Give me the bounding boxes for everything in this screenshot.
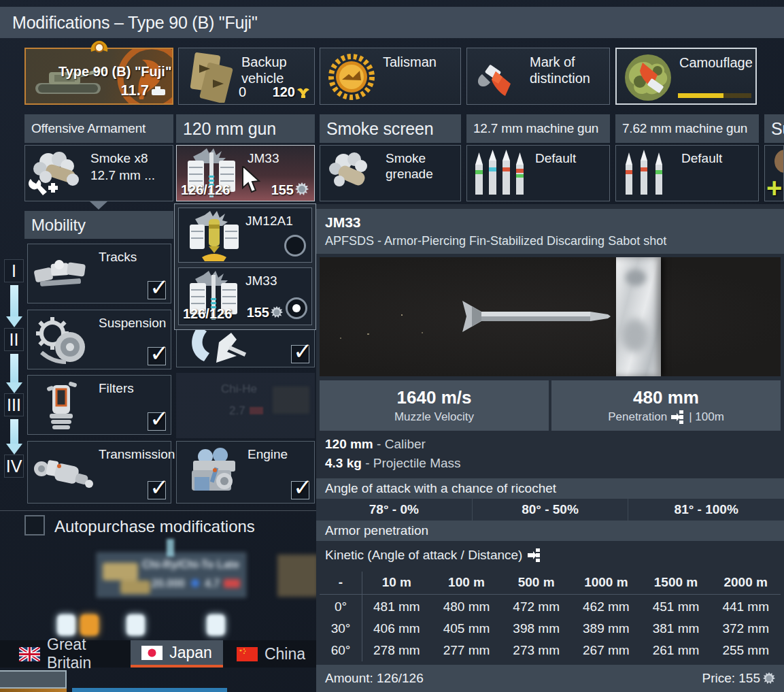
mod-tile-transmission[interactable]: Transmission — [27, 441, 171, 504]
detail-shell-desc: APFSDS - Armor-Piercing Fin-Stabilized D… — [325, 234, 666, 248]
suspension-icon — [32, 314, 93, 366]
mod-tile-tracks[interactable]: Tracks — [27, 244, 171, 303]
filters-checkbox[interactable] — [148, 412, 166, 431]
filters-icon — [43, 380, 81, 431]
smoke-grenade-icon — [326, 151, 380, 197]
mod-tile-smoke-grenade[interactable]: Smoke grenade — [320, 145, 461, 201]
modifications-screen: Chi-Ry/Chi-To Late 20.000 4.7 Modificati… — [0, 0, 784, 692]
jm33-price: 155 — [271, 182, 294, 198]
mark-of-distinction-card[interactable]: Mark of distinction — [466, 48, 610, 105]
talisman-icon — [327, 52, 376, 101]
great-britain-flag-icon — [19, 647, 40, 661]
nation-tab-japan[interactable]: Japan — [131, 640, 223, 668]
heatfs-shell-icon — [184, 210, 244, 263]
tier-arrowhead-3 — [6, 444, 22, 455]
backup-icon — [183, 52, 241, 103]
backup-count: 0 — [239, 84, 246, 100]
transmission-label: Transmission — [99, 446, 175, 462]
camouflage-icon — [622, 52, 674, 103]
shell-dropdown-popup: JM12A1 JM33 126/126 155 — [174, 203, 316, 330]
suspension-checkbox[interactable] — [148, 347, 166, 365]
talisman-card[interactable]: Talisman — [320, 48, 461, 105]
group-expand-arrow-icon — [90, 201, 107, 210]
backup-price: 120 — [273, 84, 295, 100]
mod-tile-filters[interactable]: Filters — [27, 375, 171, 435]
price-text: Price: 155 — [702, 671, 760, 686]
dropdown-option-jm12a1[interactable]: JM12A1 — [178, 208, 312, 263]
mod-tile-default-belt-127[interactable]: Default — [466, 145, 610, 201]
backup-vehicle-card[interactable]: Backup vehicle 0 120 — [178, 48, 315, 105]
crew-plus-icon: + — [766, 176, 782, 199]
shell-detail-panel: JM33 APFSDS - Armor-Piercing Fin-Stabili… — [316, 204, 784, 692]
filters-label: Filters — [99, 380, 134, 396]
armor-penetration-header: Armor penetration — [316, 521, 784, 541]
jm12a1-radio[interactable] — [284, 235, 306, 257]
engine-checkbox[interactable] — [291, 481, 309, 499]
camouflage-progress-fill — [678, 93, 723, 98]
suspension-label: Suspension — [99, 315, 166, 331]
jm33-option-label: JM33 — [245, 273, 277, 289]
jm33-amount: 126/126 — [181, 182, 230, 198]
vehicle-card[interactable]: Type 90 (B) "Fuji" 11.7 — [24, 48, 173, 105]
detail-header: JM33 APFSDS - Armor-Piercing Fin-Stabili… — [316, 209, 784, 254]
column-header-support: Su — [764, 114, 784, 143]
stat-penetration: 480 mm Penetration | 100m — [551, 380, 781, 431]
armor-plate-image — [616, 257, 661, 376]
background-vehicle-card: Chi-Ry/Chi-To Late 20.000 4.7 — [97, 553, 246, 597]
column-header-120mm-gun: 120 mm gun — [176, 114, 315, 143]
smoke-x8-line2: 12.7 mm ... — [90, 167, 155, 183]
pen-table-row-60deg: 60° 278 mm 277 mm 273 mm 267 mm 261 mm 2… — [320, 640, 781, 661]
mod-tile-suspension[interactable]: Suspension — [27, 310, 171, 369]
nation-tab-bar: Great Britain Japan China — [0, 640, 316, 668]
camouflage-card[interactable]: Camouflage — [615, 48, 757, 105]
mod-tile-smoke-x8[interactable]: Smoke x8 12.7 mm ... — [24, 145, 173, 201]
vehicle-name: Type 90 (B) "Fuji" — [58, 64, 173, 80]
detail-shell-name: JM33 — [325, 214, 361, 231]
tracks-label: Tracks — [99, 249, 137, 265]
ammo-belt-762-icon — [623, 150, 677, 199]
penetration-icon — [528, 548, 541, 562]
tracks-checkbox[interactable] — [148, 281, 166, 299]
smoke-x8-line1: Smoke x8 — [90, 150, 148, 166]
horizontal-drive-checkbox[interactable] — [291, 345, 309, 363]
tier-label-4: IV — [4, 455, 24, 478]
mod-tile-support-partial[interactable]: + — [764, 145, 784, 201]
autopurchase-label: Autopurchase modifications — [54, 517, 255, 536]
paintbrush-icon — [475, 54, 520, 100]
belt-127-label: Default — [535, 150, 576, 166]
tier-label-3: III — [4, 393, 24, 416]
info-projectile-mass: 4.3 kg - Projectile Mass — [325, 456, 461, 471]
mod-tile-engine[interactable]: Engine — [176, 441, 315, 504]
nation-tab-china[interactable]: China — [226, 640, 316, 668]
detail-footer-bar: Amount: 126/126 Price: 155 — [316, 665, 784, 692]
nation-tab-great-britain[interactable]: Great Britain — [0, 640, 120, 668]
ricochet-values-row: 78° - 0% 80° - 50% 81° - 100% — [316, 499, 784, 521]
background-vehicle-thumb — [277, 555, 318, 597]
belt-762-label: Default — [681, 150, 722, 166]
column-header-127mm-mg: 12.7 mm machine gun — [466, 114, 610, 143]
tier-arrowhead-1 — [6, 316, 22, 327]
mod-tile-default-belt-762[interactable]: Default — [615, 145, 759, 201]
column-header-smoke-screen: Smoke screen — [320, 114, 461, 143]
transmission-icon — [32, 451, 95, 496]
apfsds-dart-image — [462, 299, 619, 333]
transmission-checkbox[interactable] — [148, 481, 166, 499]
tier-arrow-2 — [10, 354, 18, 382]
background-image-sliver — [0, 689, 67, 692]
jm33-radio[interactable] — [286, 297, 307, 319]
section-header-mobility: Mobility — [24, 211, 173, 239]
separator-line — [0, 510, 316, 511]
jm33-option-amount: 126/126 — [183, 306, 232, 322]
camouflage-progress-track — [678, 93, 751, 98]
column-header-offensive-armament: Offensive Armament — [24, 114, 173, 143]
autopurchase-checkbox[interactable] — [24, 515, 45, 536]
engine-label: Engine — [248, 446, 288, 462]
dropdown-option-jm33[interactable]: JM33 126/126 155 — [178, 267, 312, 325]
kinetic-label-row: Kinetic (Angle of attack / Distance) — [325, 548, 541, 563]
engine-icon — [182, 447, 245, 499]
tier-arrow-3 — [10, 419, 18, 444]
background-consumable-5 — [207, 614, 225, 636]
info-caliber: 120 mm - Caliber — [325, 437, 426, 452]
stat-muzzle-velocity: 1640 m/s Muzzle Velocity — [320, 380, 549, 431]
jm12a1-label: JM12A1 — [245, 213, 293, 229]
